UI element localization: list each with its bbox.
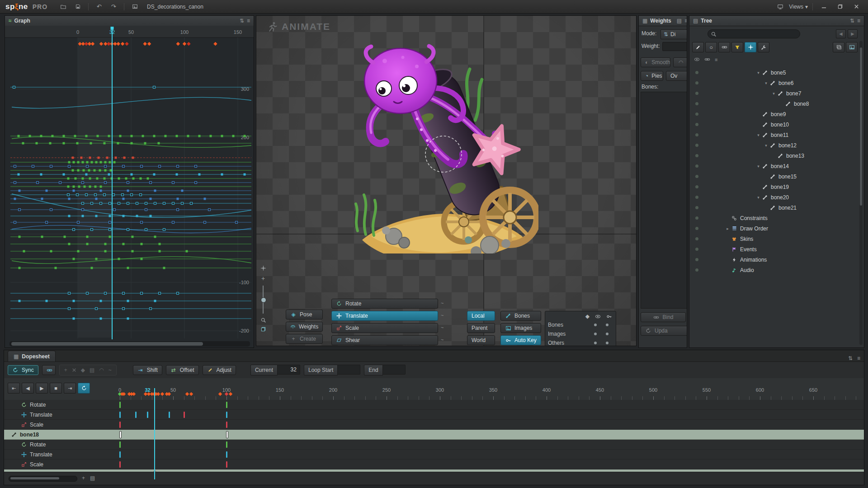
visibility-dot[interactable] xyxy=(695,206,698,209)
save-project-icon[interactable] xyxy=(73,4,83,9)
update-button[interactable]: Upda xyxy=(641,326,687,336)
expand-arrow[interactable]: ▾ xyxy=(771,91,777,96)
undo-icon[interactable]: ↶ xyxy=(94,3,104,10)
tree-item-bone6[interactable]: ▾bone6 xyxy=(689,78,859,88)
viewport-artwork[interactable] xyxy=(312,41,538,253)
keyframe[interactable] xyxy=(119,461,121,468)
zoom-slider[interactable] xyxy=(262,286,264,314)
current-frame-input[interactable]: 32 xyxy=(278,365,300,375)
weight-bones-list[interactable] xyxy=(641,92,687,309)
pose-button[interactable]: ◈Pose xyxy=(286,310,323,319)
clipped-button[interactable]: ◠ xyxy=(673,57,687,67)
smooth-button[interactable]: ◐Smooth xyxy=(641,57,670,67)
close-button[interactable] xyxy=(850,2,863,11)
tab-dopesheet[interactable]: ▦ Dopesheet xyxy=(8,351,56,361)
shift-button[interactable]: ⇥Shift xyxy=(133,365,162,375)
tree-item-bone15[interactable]: bone15 xyxy=(689,171,859,182)
visibility-dot[interactable] xyxy=(695,102,698,105)
expand-arrow[interactable]: ▾ xyxy=(763,143,769,148)
visibility-dot[interactable] xyxy=(695,237,698,240)
panel-grid-icon[interactable]: ▤ xyxy=(677,18,682,24)
keyframe[interactable] xyxy=(226,441,227,448)
keyframe[interactable] xyxy=(119,431,122,438)
tree-item-bone7[interactable]: ▾bone7 xyxy=(689,88,859,99)
tree-item-bone19[interactable]: bone19 xyxy=(689,182,859,192)
parent-axes-button[interactable]: Parent xyxy=(467,323,495,333)
visibility-dot[interactable] xyxy=(695,71,698,74)
history-back-button[interactable]: ◄ xyxy=(836,29,846,38)
visibility-dot[interactable] xyxy=(695,81,698,84)
visibility-dot[interactable] xyxy=(695,175,698,178)
panel-menu-icon[interactable]: ≡ xyxy=(247,18,250,24)
tree-item-animations[interactable]: Animations xyxy=(689,254,859,265)
tree-search-input[interactable] xyxy=(708,29,800,38)
tree-item-bone13[interactable]: bone13 xyxy=(689,150,859,161)
visibility-dot[interactable] xyxy=(695,92,698,95)
visibility-dot[interactable] xyxy=(606,324,609,326)
tree-item-constraints[interactable]: Constraints xyxy=(689,213,859,223)
scale-curve-icon[interactable]: ~ xyxy=(441,325,443,330)
keyframe[interactable] xyxy=(226,402,227,408)
dopesheet-row-scale[interactable]: Scale xyxy=(4,420,864,430)
visibility-dot[interactable] xyxy=(606,342,609,344)
filter-icon[interactable] xyxy=(731,42,743,52)
shear-curve-icon[interactable]: ~ xyxy=(441,337,443,343)
dopesheet-row-bone18[interactable]: bone18 xyxy=(4,430,864,440)
offset-button[interactable]: ⇄Offset xyxy=(166,365,199,375)
visibility-dot[interactable] xyxy=(594,324,597,326)
bones-mode-button[interactable]: Bones xyxy=(500,311,541,321)
keyframe[interactable] xyxy=(119,412,121,418)
visibility-dot[interactable] xyxy=(695,164,698,168)
keyframe[interactable] xyxy=(226,412,227,418)
visibility-dot[interactable] xyxy=(695,268,698,272)
link-tool-icon[interactable] xyxy=(718,42,730,52)
ruler-keyframe[interactable] xyxy=(225,392,228,396)
fit-view-icon[interactable] xyxy=(261,327,266,332)
end-input[interactable] xyxy=(383,365,406,375)
tree-panel-header[interactable]: ▤ Tree ⇅ ≡ xyxy=(689,16,864,26)
zoom-plus-icon[interactable]: + xyxy=(82,475,85,481)
dopesheet-row-translate[interactable]: Translate xyxy=(4,450,864,460)
expand-arrow[interactable]: ▸ xyxy=(725,226,731,231)
keyframe[interactable] xyxy=(119,441,121,448)
monitor-icon[interactable] xyxy=(775,4,785,10)
chain-icon[interactable] xyxy=(704,56,710,62)
translate-curve-icon[interactable]: ~ xyxy=(441,313,443,318)
visibility-dot[interactable] xyxy=(695,113,698,116)
keyframe[interactable] xyxy=(119,422,121,428)
dopesheet-row-translate[interactable]: Translate xyxy=(4,410,864,420)
horizontal-scrollbar-thumb[interactable] xyxy=(10,477,59,479)
new-layer-icon[interactable] xyxy=(833,42,844,52)
scale-tool-button[interactable]: Scale xyxy=(331,323,438,333)
horizontal-scrollbar[interactable] xyxy=(9,476,77,482)
tree-item-bone5[interactable]: ▾bone5 xyxy=(689,67,859,78)
graph-panel-header[interactable]: ≈ Graph ⇅ ≡ xyxy=(5,16,254,26)
link-keys-button[interactable] xyxy=(42,365,56,375)
bind-button[interactable]: Bind xyxy=(641,312,686,322)
select-tool-icon[interactable] xyxy=(745,42,756,52)
images-mode-button[interactable]: Images xyxy=(500,323,541,333)
translate-tool-button[interactable]: Translate xyxy=(331,311,438,321)
panel-resize-icon[interactable]: ⇅ xyxy=(240,18,244,24)
playhead[interactable] xyxy=(154,388,155,479)
tree-item-skins[interactable]: Skins xyxy=(689,234,859,244)
pen-tool-icon[interactable] xyxy=(692,42,704,52)
keyframe[interactable] xyxy=(135,412,137,418)
minimize-button[interactable] xyxy=(817,2,830,11)
visibility-dot[interactable] xyxy=(695,216,698,220)
dopesheet-row-rotate[interactable]: Rotate xyxy=(4,440,864,450)
visibility-dot[interactable] xyxy=(695,227,698,230)
dopesheet-row-rotate[interactable]: Rotate xyxy=(4,400,864,410)
graph-curve-canvas[interactable]: 03250100150300200-100-200 xyxy=(5,26,254,347)
keyframe[interactable] xyxy=(226,422,227,428)
overlay-toggle[interactable]: Ov xyxy=(666,71,687,81)
keyframe[interactable] xyxy=(147,412,148,418)
visibility-dot[interactable] xyxy=(695,123,698,126)
dopesheet-row-scale[interactable]: Scale xyxy=(4,460,864,469)
visibility-dot[interactable] xyxy=(695,133,698,136)
visibility-dot[interactable] xyxy=(695,154,698,157)
tree-item-bone11[interactable]: ▾bone11 xyxy=(689,130,859,140)
export-image-icon[interactable] xyxy=(130,4,140,9)
tree-item-bone14[interactable]: ▾bone14 xyxy=(689,161,859,171)
ruler-keyframe[interactable] xyxy=(156,392,160,396)
